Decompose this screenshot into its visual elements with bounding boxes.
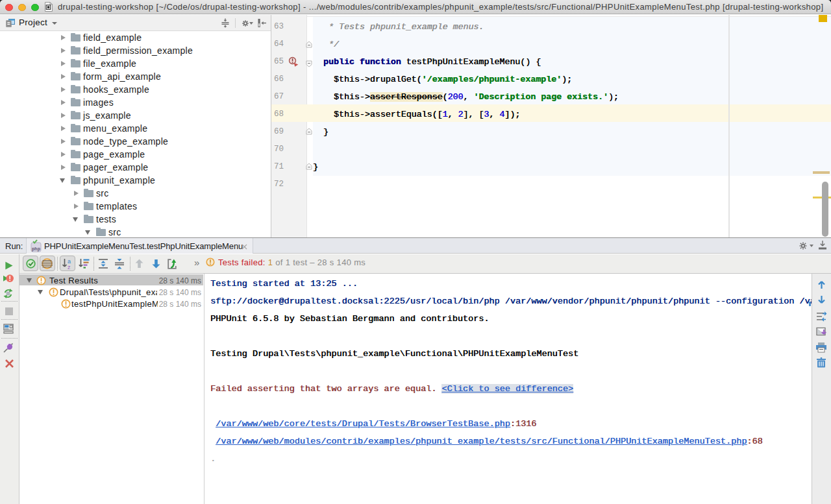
- svg-text:php: php: [32, 246, 40, 252]
- svg-text:z: z: [68, 264, 71, 270]
